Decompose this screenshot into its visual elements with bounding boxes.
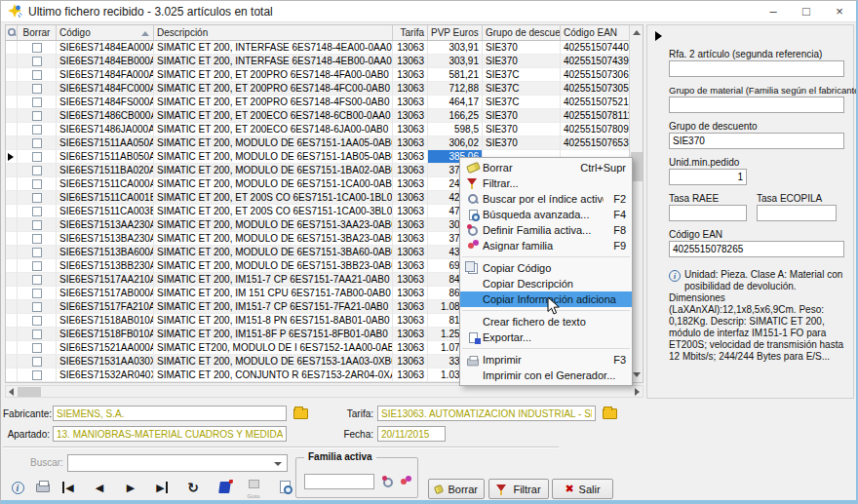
row-checkbox[interactable] bbox=[32, 111, 42, 121]
codigo-ean-cell[interactable]: 4025515078111 bbox=[561, 109, 631, 123]
codigo-ean-cell[interactable]: 4025515076537 bbox=[561, 136, 631, 150]
descripcion-cell[interactable]: SIMATIC ET 200, MODULO DE 6ES7151-3BB23-… bbox=[154, 259, 393, 273]
print-button[interactable] bbox=[32, 480, 54, 497]
row-checkbox[interactable] bbox=[32, 261, 42, 271]
table-row[interactable]: SIE6ES71511AA050AB0SIMATIC ET 200, MODUL… bbox=[6, 136, 643, 150]
pvp-cell[interactable]: 581,21 bbox=[428, 68, 483, 82]
descripcion-cell[interactable]: SIMATIC ET 200, MODULO DE 6ES7151-3BA23-… bbox=[154, 232, 393, 246]
codigo-cell[interactable]: SIE6ES71511AA050AB0 bbox=[57, 136, 154, 150]
last-record-button[interactable]: ▶ bbox=[151, 480, 173, 497]
table-row[interactable]: SIE6ES71486JA000AB0SIMATIC ET 200, ET 20… bbox=[6, 123, 643, 136]
unid-min-pedido-field[interactable] bbox=[669, 169, 747, 185]
row-checkbox[interactable] bbox=[32, 152, 42, 162]
tasa-ecopila-field[interactable] bbox=[757, 205, 837, 221]
grupo-descuento-cell[interactable]: SIE370 bbox=[483, 123, 561, 136]
codigo-cell[interactable]: SIE6ES71532AR040XA0 bbox=[57, 368, 154, 382]
salir-button[interactable]: ✖Salir bbox=[552, 479, 613, 499]
menu-item[interactable]: Definir Familia activa...F8 bbox=[460, 222, 632, 238]
table-row[interactable]: SIE6ES71486CB000AA0SIMATIC ET 200, ET 20… bbox=[6, 109, 643, 123]
descripcion-cell[interactable]: SIMATIC ET 200, IM151-7 CP 6ES7151-7AA21… bbox=[154, 273, 393, 287]
first-record-button[interactable]: ◀ bbox=[58, 480, 79, 497]
descripcion-cell[interactable]: SIMATIC ET 200, MODULO DE 6ES7151-1AB05-… bbox=[154, 150, 393, 164]
fabricante-folder-icon[interactable] bbox=[293, 408, 308, 419]
row-checkbox[interactable] bbox=[32, 220, 42, 230]
row-checkbox[interactable] bbox=[32, 370, 42, 380]
codigo-cell[interactable]: SIE6ES71513BA600AB0 bbox=[57, 246, 154, 259]
menu-item[interactable]: Asignar familiaF9 bbox=[460, 238, 632, 253]
descripcion-cell[interactable]: SIMATIC ET 200, ET 200ECO 6ES7148-6CB00-… bbox=[154, 109, 393, 123]
codigo-cell[interactable]: SIE6ES71484FS000AB0 bbox=[57, 96, 154, 109]
header-grupo-descuento[interactable]: Grupo de descuento bbox=[483, 25, 561, 40]
descripcion-cell[interactable]: SIMATIC ET 200, INTERFASE 6ES7148-4EA00-… bbox=[154, 41, 393, 55]
tarifa-cell[interactable]: 13063 bbox=[393, 246, 428, 259]
tarifa-cell[interactable]: 13063 bbox=[393, 328, 428, 341]
tarifa-cell[interactable]: 13063 bbox=[393, 341, 428, 355]
codigo-cell[interactable]: SIE6ES71484FA000AB0 bbox=[57, 68, 154, 82]
grupo-descuento-cell[interactable]: SIE370 bbox=[483, 136, 561, 150]
next-record-button[interactable]: ▶ bbox=[120, 480, 141, 497]
assign-family-icon[interactable] bbox=[400, 476, 412, 489]
tarifa-cell[interactable]: 13063 bbox=[393, 150, 428, 164]
table-row[interactable]: SIE6ES71484FS000AB0SIMATIC ET 200, ET 20… bbox=[6, 96, 643, 109]
borrar-button[interactable]: Borrar bbox=[428, 479, 485, 499]
row-checkbox[interactable] bbox=[32, 166, 42, 175]
row-checkbox[interactable] bbox=[32, 289, 42, 298]
row-checkbox[interactable] bbox=[32, 343, 42, 353]
table-row[interactable]: SIE6ES71484FA000AB0SIMATIC ET 200, ET 20… bbox=[6, 68, 643, 82]
codigo-cell[interactable]: SIE6ES71513BB230AB0 bbox=[57, 259, 154, 273]
codigo-ean-cell[interactable]: 4025515078098 bbox=[561, 123, 631, 136]
menu-item[interactable]: Imprimir con el Generador... bbox=[460, 368, 632, 383]
search-column-header[interactable] bbox=[6, 25, 18, 40]
grupo-descuento-field[interactable] bbox=[669, 133, 844, 149]
descripcion-cell[interactable]: SIMATIC ET 200, ET 200PRO 6ES7148-4FS00-… bbox=[154, 96, 393, 109]
grupo-descuento-cell[interactable]: SIE370 bbox=[483, 109, 561, 123]
pvp-cell[interactable]: 598,5 bbox=[428, 123, 483, 136]
descripcion-cell[interactable]: SIMATIC ET 200, MODULO DE 6ES7151-3AA23-… bbox=[154, 218, 393, 232]
descripcion-cell[interactable]: SIMATIC ET 200, MODULO DE 6ES7153-1AA03-… bbox=[154, 355, 393, 368]
descripcion-cell[interactable]: SIMATIC ET 200, ET 200ECO 6ES7148-6JA00-… bbox=[154, 123, 393, 136]
descripcion-cell[interactable]: SIMATIC ET 200, ET 200S CO 6ES7151-1CA00… bbox=[154, 191, 393, 205]
previous-record-button[interactable]: ◀ bbox=[89, 480, 110, 497]
descripcion-cell[interactable]: SIMATIC ET 200, IM151-8 PN 6ES7151-8AB01… bbox=[154, 314, 393, 328]
codigo-cell[interactable]: SIE6ES71511AB050AB0 bbox=[57, 150, 154, 164]
goto-button[interactable]: Goto bbox=[243, 480, 264, 497]
pvp-cell[interactable]: 464,17 bbox=[428, 96, 483, 109]
tarifa-cell[interactable]: 13063 bbox=[393, 287, 428, 300]
tarifa-cell[interactable]: 13063 bbox=[393, 232, 428, 246]
codigo-cell[interactable]: SIE6ES71517AB000AB0 bbox=[57, 287, 154, 300]
catalog-button[interactable] bbox=[214, 480, 235, 497]
tarifa-cell[interactable]: 13063 bbox=[393, 123, 428, 136]
tarifa-cell[interactable]: 13063 bbox=[393, 314, 428, 328]
codigo-ean-cell[interactable]: 4025515073062 bbox=[561, 68, 631, 82]
descripcion-cell[interactable]: SIMATIC ET 200, MODULO DE 6ES7151-3BA60-… bbox=[154, 246, 393, 259]
codigo-cell[interactable]: SIE6ES71518AB010AB0 bbox=[57, 314, 154, 328]
chevron-down-icon[interactable] bbox=[274, 462, 282, 466]
menu-item[interactable]: Copiar Código bbox=[460, 260, 632, 276]
codigo-cell[interactable]: SIE6ES71513BA230AB0 bbox=[57, 232, 154, 246]
tarifa-cell[interactable]: 13063 bbox=[393, 41, 428, 55]
descripcion-cell[interactable]: SIMATIC ET 200, IM 151 CPU 6ES7151-7AB00… bbox=[154, 287, 393, 300]
tarifa-cell[interactable]: 13063 bbox=[393, 109, 428, 123]
row-checkbox[interactable] bbox=[32, 302, 42, 312]
tarifa-cell[interactable]: 13063 bbox=[393, 164, 428, 177]
tarifa-cell[interactable]: 13063 bbox=[393, 68, 428, 82]
descripcion-cell[interactable]: SIMATIC ET 200, ET 200PRO 6ES7148-4FA00-… bbox=[154, 68, 393, 82]
pvp-cell[interactable]: 303,91 bbox=[428, 55, 483, 68]
codigo-cell[interactable]: SIE6ES71486JA000AB0 bbox=[57, 123, 154, 136]
codigo-cell[interactable]: SIE6ES71511CA003BL0 bbox=[57, 205, 154, 218]
tarifa-cell[interactable]: 13063 bbox=[393, 82, 428, 96]
codigo-cell[interactable]: SIE6ES71513AA230AB0 bbox=[57, 218, 154, 232]
grupo-descuento-cell[interactable]: SIE37C bbox=[483, 96, 561, 109]
header-codigo-ean[interactable]: Código EAN bbox=[561, 25, 631, 40]
row-checkbox[interactable] bbox=[32, 138, 42, 148]
scroll-right-icon[interactable] bbox=[635, 388, 640, 396]
descripcion-cell[interactable]: SIMATIC ET 200, IM151-8F P 6ES7151-8FB01… bbox=[154, 328, 393, 341]
menu-item[interactable]: Buscar por el índice activo...F2 bbox=[460, 191, 632, 207]
row-checkbox[interactable] bbox=[32, 97, 42, 107]
header-codigo[interactable]: Código bbox=[57, 25, 154, 40]
menu-item[interactable]: ImprimirF3 bbox=[460, 352, 632, 368]
descripcion-cell[interactable]: SIMATIC ET 200, ET 200S CO 6ES7151-1CA00… bbox=[154, 205, 393, 218]
grupo-descuento-cell[interactable]: SIE370 bbox=[483, 55, 561, 68]
codigo-cell[interactable]: SIE6ES71531AA030XB0 bbox=[57, 355, 154, 368]
header-descripcion[interactable]: Descripción bbox=[154, 25, 393, 40]
